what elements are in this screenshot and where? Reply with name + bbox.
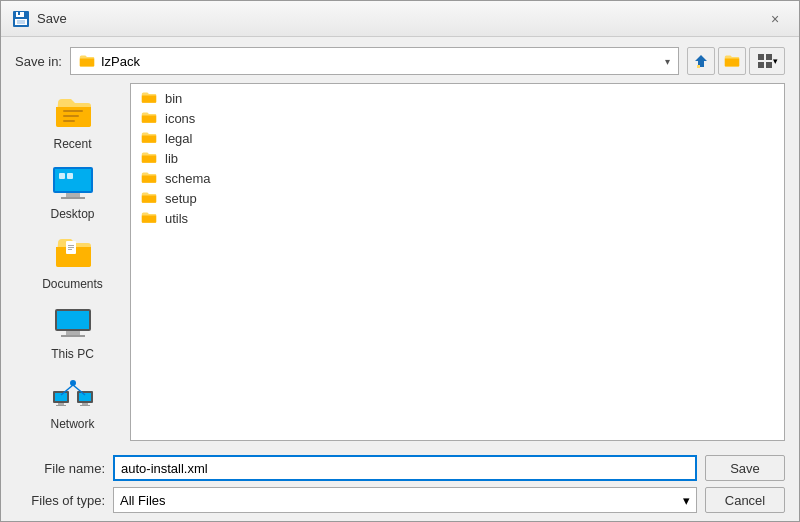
svg-rect-17 [59, 173, 65, 179]
file-list: bin icons legal lib schema setup utils [130, 83, 785, 441]
documents-icon [49, 233, 97, 273]
svg-rect-21 [68, 247, 74, 248]
save-button[interactable]: Save [705, 455, 785, 481]
file-item[interactable]: legal [135, 128, 780, 148]
file-item[interactable]: lib [135, 148, 780, 168]
svg-rect-2 [18, 12, 20, 15]
svg-rect-22 [68, 249, 72, 250]
svg-rect-33 [82, 403, 88, 405]
svg-rect-9 [766, 62, 772, 68]
bottom-area: File name: Save Files of type: All Files… [15, 449, 785, 513]
save-in-label: Save in: [15, 54, 62, 69]
folder-icon-combo [79, 54, 95, 68]
save-in-combo[interactable]: IzPack ▾ [70, 47, 679, 75]
sidebar-item-network[interactable]: Network [15, 367, 130, 437]
sidebar-item-network-label: Network [50, 417, 94, 431]
file-item-name: bin [165, 91, 182, 106]
svg-rect-8 [758, 62, 764, 68]
file-item[interactable]: schema [135, 168, 780, 188]
file-item[interactable]: bin [135, 88, 780, 108]
svg-rect-4 [17, 20, 25, 24]
filename-label: File name: [15, 461, 105, 476]
sidebar: Recent [15, 83, 130, 441]
file-item[interactable]: icons [135, 108, 780, 128]
combo-arrow-icon: ▾ [665, 56, 670, 67]
save-in-row: Save in: IzPack ▾ [15, 47, 785, 75]
sidebar-item-desktop[interactable]: Desktop [15, 157, 130, 227]
file-item-name: lib [165, 151, 178, 166]
title-bar: Save × [1, 1, 799, 37]
svg-rect-12 [63, 120, 75, 122]
svg-rect-16 [61, 197, 85, 199]
file-item-name: schema [165, 171, 211, 186]
new-folder-icon [724, 53, 740, 69]
svg-rect-7 [766, 54, 772, 60]
main-area: Recent [15, 83, 785, 441]
svg-rect-15 [66, 193, 80, 197]
svg-rect-20 [68, 245, 74, 246]
folder-icon [141, 210, 157, 226]
view-icon [757, 53, 773, 69]
svg-rect-14 [55, 169, 91, 191]
svg-rect-6 [758, 54, 764, 60]
filename-input[interactable] [113, 455, 697, 481]
svg-rect-29 [58, 403, 64, 405]
filetype-row: Files of type: All Files ▾ Cancel [15, 487, 785, 513]
sidebar-item-recent-label: Recent [53, 137, 91, 151]
svg-rect-26 [61, 335, 85, 337]
svg-rect-11 [63, 115, 79, 117]
folder-icon [141, 130, 157, 146]
sidebar-item-thispc-label: This PC [51, 347, 94, 361]
title-bar-left: Save [13, 11, 67, 27]
folder-icon [141, 150, 157, 166]
dialog-title: Save [37, 11, 67, 26]
svg-rect-5 [697, 65, 700, 68]
svg-rect-10 [63, 110, 83, 112]
network-icon [49, 373, 97, 413]
svg-rect-18 [67, 173, 73, 179]
sidebar-item-desktop-label: Desktop [50, 207, 94, 221]
save-in-current-folder: IzPack [101, 54, 659, 69]
svg-rect-25 [66, 331, 80, 335]
file-item-name: legal [165, 131, 192, 146]
folder-icon [141, 170, 157, 186]
dialog-body: Save in: IzPack ▾ [1, 37, 799, 522]
close-button[interactable]: × [763, 7, 787, 31]
folder-icon [141, 90, 157, 106]
toolbar-buttons: ▾ [687, 47, 785, 75]
up-arrow-icon [693, 53, 709, 69]
save-icon [13, 11, 29, 27]
folder-icon [141, 110, 157, 126]
folder-icon [141, 190, 157, 206]
file-item[interactable]: utils [135, 208, 780, 228]
svg-rect-30 [56, 405, 66, 406]
view-options-button[interactable]: ▾ [749, 47, 785, 75]
file-item-name: icons [165, 111, 195, 126]
filetype-label: Files of type: [15, 493, 105, 508]
save-dialog: Save × Save in: IzPack ▾ [0, 0, 800, 522]
recent-icon [49, 93, 97, 133]
file-item[interactable]: setup [135, 188, 780, 208]
new-folder-button[interactable] [718, 47, 746, 75]
up-folder-button[interactable] [687, 47, 715, 75]
sidebar-item-recent[interactable]: Recent [15, 87, 130, 157]
svg-point-37 [70, 380, 76, 386]
view-dropdown-arrow: ▾ [773, 56, 778, 66]
thispc-icon [49, 303, 97, 343]
filetype-value: All Files [120, 493, 166, 508]
sidebar-item-documents[interactable]: Documents [15, 227, 130, 297]
desktop-icon [49, 163, 97, 203]
file-item-name: utils [165, 211, 188, 226]
sidebar-item-documents-label: Documents [42, 277, 103, 291]
filetype-arrow-icon: ▾ [683, 493, 690, 508]
svg-rect-34 [80, 405, 90, 406]
sidebar-item-thispc[interactable]: This PC [15, 297, 130, 367]
svg-rect-24 [57, 311, 89, 329]
filetype-combo[interactable]: All Files ▾ [113, 487, 697, 513]
file-item-name: setup [165, 191, 197, 206]
cancel-button[interactable]: Cancel [705, 487, 785, 513]
filename-row: File name: Save [15, 455, 785, 481]
